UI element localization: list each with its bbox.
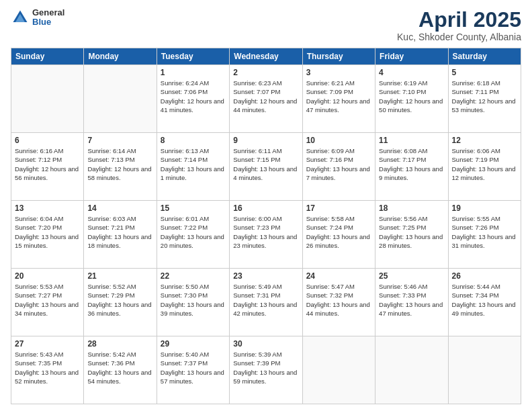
day-number: 13 [15, 203, 80, 213]
day-number: 25 [379, 271, 444, 281]
day-number: 20 [15, 271, 80, 281]
day-number: 28 [87, 339, 152, 349]
day-info: Sunrise: 5:55 AM Sunset: 7:26 PM Dayligh… [452, 214, 517, 250]
table-row: 9Sunrise: 6:11 AM Sunset: 7:15 PM Daylig… [230, 133, 302, 201]
day-info: Sunrise: 5:56 AM Sunset: 7:25 PM Dayligh… [379, 214, 444, 250]
day-info: Sunrise: 6:14 AM Sunset: 7:13 PM Dayligh… [87, 146, 152, 182]
table-row: 21Sunrise: 5:52 AM Sunset: 7:29 PM Dayli… [84, 269, 157, 336]
table-row: 12Sunrise: 6:06 AM Sunset: 7:19 PM Dayli… [448, 133, 521, 201]
table-row: 15Sunrise: 6:01 AM Sunset: 7:22 PM Dayli… [157, 201, 229, 269]
table-row: 13Sunrise: 6:04 AM Sunset: 7:20 PM Dayli… [11, 201, 84, 269]
table-row [84, 65, 157, 133]
day-number: 16 [233, 203, 298, 213]
page: General Blue April 2025 Kuc, Shkoder Cou… [0, 0, 532, 411]
day-number: 26 [452, 271, 517, 281]
day-info: Sunrise: 5:46 AM Sunset: 7:33 PM Dayligh… [379, 282, 444, 318]
day-info: Sunrise: 6:24 AM Sunset: 7:06 PM Dayligh… [161, 79, 226, 114]
day-info: Sunrise: 6:04 AM Sunset: 7:20 PM Dayligh… [15, 214, 80, 250]
day-info: Sunrise: 5:43 AM Sunset: 7:35 PM Dayligh… [15, 350, 80, 385]
day-number: 14 [87, 203, 152, 213]
day-number: 9 [233, 136, 298, 145]
day-info: Sunrise: 6:11 AM Sunset: 7:15 PM Dayligh… [233, 146, 298, 182]
day-info: Sunrise: 6:09 AM Sunset: 7:16 PM Dayligh… [306, 146, 371, 182]
day-info: Sunrise: 5:49 AM Sunset: 7:31 PM Dayligh… [233, 282, 298, 318]
table-row: 8Sunrise: 6:13 AM Sunset: 7:14 PM Daylig… [157, 133, 229, 201]
day-number: 17 [306, 203, 371, 213]
day-number: 3 [306, 68, 371, 77]
day-number: 18 [379, 203, 444, 213]
table-row [302, 336, 375, 404]
table-row: 25Sunrise: 5:46 AM Sunset: 7:33 PM Dayli… [375, 269, 448, 336]
logo-general-label: General [32, 8, 64, 17]
table-row: 1Sunrise: 6:24 AM Sunset: 7:06 PM Daylig… [157, 65, 229, 133]
day-number: 29 [161, 339, 226, 349]
day-number: 30 [233, 339, 298, 349]
day-number: 27 [15, 339, 80, 349]
day-number: 19 [452, 203, 517, 213]
logo-blue-label: Blue [32, 17, 64, 27]
day-info: Sunrise: 5:44 AM Sunset: 7:34 PM Dayligh… [452, 282, 517, 318]
table-row: 22Sunrise: 5:50 AM Sunset: 7:30 PM Dayli… [157, 269, 229, 336]
table-row: 18Sunrise: 5:56 AM Sunset: 7:25 PM Dayli… [375, 201, 448, 269]
table-row: 3Sunrise: 6:21 AM Sunset: 7:09 PM Daylig… [302, 65, 375, 133]
day-info: Sunrise: 6:06 AM Sunset: 7:19 PM Dayligh… [452, 146, 517, 182]
table-row: 20Sunrise: 5:53 AM Sunset: 7:27 PM Dayli… [11, 269, 84, 336]
day-info: Sunrise: 6:21 AM Sunset: 7:09 PM Dayligh… [306, 79, 371, 114]
table-row: 16Sunrise: 6:00 AM Sunset: 7:23 PM Dayli… [230, 201, 302, 269]
table-row: 28Sunrise: 5:42 AM Sunset: 7:36 PM Dayli… [84, 336, 157, 404]
table-row [375, 336, 448, 404]
day-number: 24 [306, 271, 371, 281]
day-info: Sunrise: 6:00 AM Sunset: 7:23 PM Dayligh… [233, 214, 298, 250]
day-info: Sunrise: 6:08 AM Sunset: 7:17 PM Dayligh… [379, 146, 444, 182]
day-info: Sunrise: 6:18 AM Sunset: 7:11 PM Dayligh… [452, 79, 517, 114]
day-number: 8 [161, 136, 226, 145]
day-info: Sunrise: 5:42 AM Sunset: 7:36 PM Dayligh… [87, 350, 152, 385]
calendar-header-row: Sunday Monday Tuesday Wednesday Thursday… [11, 48, 521, 65]
header-friday: Friday [375, 48, 448, 65]
day-number: 6 [15, 136, 80, 145]
table-row: 14Sunrise: 6:03 AM Sunset: 7:21 PM Dayli… [84, 201, 157, 269]
day-number: 23 [233, 271, 298, 281]
header: General Blue April 2025 Kuc, Shkoder Cou… [11, 8, 521, 42]
header-wednesday: Wednesday [230, 48, 302, 65]
day-number: 2 [233, 68, 298, 77]
day-number: 4 [379, 68, 444, 77]
day-number: 7 [87, 136, 152, 145]
title-location: Kuc, Shkoder County, Albania [397, 32, 521, 42]
logo-text: General Blue [32, 8, 64, 28]
table-row: 26Sunrise: 5:44 AM Sunset: 7:34 PM Dayli… [448, 269, 521, 336]
day-number: 12 [452, 136, 517, 145]
day-info: Sunrise: 6:16 AM Sunset: 7:12 PM Dayligh… [15, 146, 80, 182]
table-row: 19Sunrise: 5:55 AM Sunset: 7:26 PM Dayli… [448, 201, 521, 269]
header-monday: Monday [84, 48, 157, 65]
table-row: 24Sunrise: 5:47 AM Sunset: 7:32 PM Dayli… [302, 269, 375, 336]
day-number: 21 [87, 271, 152, 281]
day-number: 11 [379, 136, 444, 145]
day-number: 1 [161, 68, 226, 77]
day-info: Sunrise: 6:03 AM Sunset: 7:21 PM Dayligh… [87, 214, 152, 250]
calendar-table: Sunday Monday Tuesday Wednesday Thursday… [11, 48, 521, 404]
table-row: 27Sunrise: 5:43 AM Sunset: 7:35 PM Dayli… [11, 336, 84, 404]
table-row: 10Sunrise: 6:09 AM Sunset: 7:16 PM Dayli… [302, 133, 375, 201]
logo: General Blue [11, 8, 64, 28]
table-row: 11Sunrise: 6:08 AM Sunset: 7:17 PM Dayli… [375, 133, 448, 201]
day-number: 10 [306, 136, 371, 145]
header-sunday: Sunday [11, 48, 84, 65]
day-info: Sunrise: 5:47 AM Sunset: 7:32 PM Dayligh… [306, 282, 371, 318]
title-block: April 2025 Kuc, Shkoder County, Albania [397, 8, 521, 42]
day-info: Sunrise: 5:40 AM Sunset: 7:37 PM Dayligh… [161, 350, 226, 385]
table-row: 23Sunrise: 5:49 AM Sunset: 7:31 PM Dayli… [230, 269, 302, 336]
day-number: 15 [161, 203, 226, 213]
table-row: 17Sunrise: 5:58 AM Sunset: 7:24 PM Dayli… [302, 201, 375, 269]
day-info: Sunrise: 5:58 AM Sunset: 7:24 PM Dayligh… [306, 214, 371, 250]
table-row [448, 336, 521, 404]
header-tuesday: Tuesday [157, 48, 229, 65]
logo-icon [11, 8, 30, 27]
table-row: 30Sunrise: 5:39 AM Sunset: 7:39 PM Dayli… [230, 336, 302, 404]
header-saturday: Saturday [448, 48, 521, 65]
table-row: 2Sunrise: 6:23 AM Sunset: 7:07 PM Daylig… [230, 65, 302, 133]
day-number: 22 [161, 271, 226, 281]
day-info: Sunrise: 5:39 AM Sunset: 7:39 PM Dayligh… [233, 350, 298, 385]
table-row: 29Sunrise: 5:40 AM Sunset: 7:37 PM Dayli… [157, 336, 229, 404]
day-info: Sunrise: 5:53 AM Sunset: 7:27 PM Dayligh… [15, 282, 80, 318]
